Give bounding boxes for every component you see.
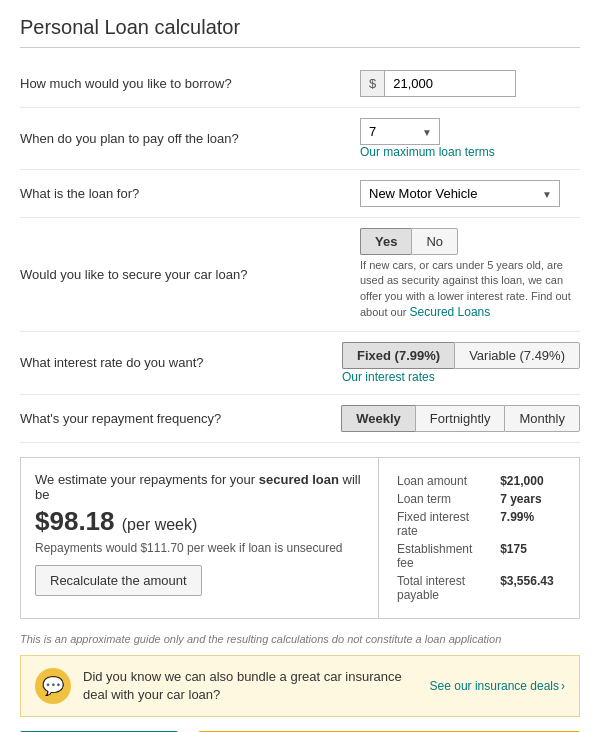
- payoff-row: When do you plan to pay off the loan? 1 …: [20, 108, 580, 170]
- interest-row: What interest rate do you want? Fixed (7…: [20, 332, 580, 395]
- table-row: Fixed interest rate7.99%: [393, 508, 565, 540]
- secure-label: Would you like to secure your car loan?: [20, 267, 350, 282]
- secure-note: If new cars, or cars under 5 years old, …: [360, 258, 580, 321]
- results-box: We estimate your repayments for your sec…: [20, 457, 580, 619]
- insurance-banner: 💬 Did you know we can also bundle a grea…: [20, 655, 580, 717]
- monthly-btn[interactable]: Monthly: [504, 405, 580, 432]
- secure-field-area: Yes No If new cars, or cars under 5 year…: [360, 228, 580, 321]
- payoff-label: When do you plan to pay off the loan?: [20, 131, 350, 146]
- interest-row-top: What interest rate do you want? Fixed (7…: [20, 342, 580, 384]
- insurance-link[interactable]: See our insurance deals ›: [430, 679, 565, 693]
- interest-label: What interest rate do you want?: [20, 355, 332, 370]
- insurance-text: Did you know we can also bundle a great …: [83, 668, 418, 704]
- unsecured-note: Repayments would $111.70 per week if loa…: [35, 541, 364, 555]
- recalculate-btn[interactable]: Recalculate the amount: [35, 565, 202, 596]
- frequency-btn-group: Weekly Fortnightly Monthly: [341, 405, 580, 432]
- secure-row-top: Would you like to secure your car loan? …: [20, 228, 580, 321]
- borrow-label: How much would you like to borrow?: [20, 76, 350, 91]
- loan-for-row: What is the loan for? New Motor Vehicle …: [20, 170, 580, 218]
- secure-row: Would you like to secure your car loan? …: [20, 218, 580, 332]
- frequency-field-area: Weekly Fortnightly Monthly: [341, 405, 580, 432]
- secure-yes-btn[interactable]: Yes: [360, 228, 411, 255]
- repayment-amount: $98.18 (per week): [35, 506, 364, 537]
- borrow-field-area: $: [360, 70, 580, 97]
- table-row: Total interest payable$3,556.43: [393, 572, 565, 604]
- weekly-btn[interactable]: Weekly: [341, 405, 415, 432]
- payoff-select-wrapper: 1 2 3 4 5 6 7 8 9 10: [360, 118, 440, 145]
- approximate-note: This is an approximate guide only and th…: [20, 633, 580, 645]
- borrow-input-wrapper: $: [360, 70, 516, 97]
- table-row: Loan amount$21,000: [393, 472, 565, 490]
- loan-for-select[interactable]: New Motor Vehicle Used Motor Vehicle Per…: [360, 180, 560, 207]
- interest-rates-link[interactable]: Our interest rates: [342, 370, 435, 384]
- interest-btn-group: Fixed (7.99%) Variable (7.49%): [342, 342, 580, 369]
- borrow-row: How much would you like to borrow? $: [20, 60, 580, 108]
- payoff-select[interactable]: 1 2 3 4 5 6 7 8 9 10: [360, 118, 440, 145]
- borrow-input[interactable]: [385, 71, 515, 96]
- secure-btn-group: Yes No: [360, 228, 580, 255]
- results-table: Loan amount$21,000Loan term7 yearsFixed …: [393, 472, 565, 604]
- secure-no-btn[interactable]: No: [411, 228, 458, 255]
- variable-rate-btn[interactable]: Variable (7.49%): [454, 342, 580, 369]
- dollar-prefix: $: [361, 71, 385, 96]
- loan-for-field-area: New Motor Vehicle Used Motor Vehicle Per…: [360, 180, 580, 207]
- fortnightly-btn[interactable]: Fortnightly: [415, 405, 505, 432]
- results-right: Loan amount$21,000Loan term7 yearsFixed …: [379, 458, 579, 618]
- max-loan-link[interactable]: Our maximum loan terms: [360, 145, 495, 159]
- table-row: Loan term7 years: [393, 490, 565, 508]
- payoff-field-area: 1 2 3 4 5 6 7 8 9 10 Our maximum loan te…: [360, 118, 580, 159]
- fixed-rate-btn[interactable]: Fixed (7.99%): [342, 342, 454, 369]
- frequency-label: What's your repayment frequency?: [20, 411, 331, 426]
- interest-field-area: Fixed (7.99%) Variable (7.49%) Our inter…: [342, 342, 580, 384]
- table-row: Establishment fee$175: [393, 540, 565, 572]
- loan-for-select-wrapper: New Motor Vehicle Used Motor Vehicle Per…: [360, 180, 560, 207]
- loan-for-label: What is the loan for?: [20, 186, 350, 201]
- page-title: Personal Loan calculator: [20, 16, 580, 48]
- results-left: We estimate your repayments for your sec…: [21, 458, 379, 618]
- frequency-row: What's your repayment frequency? Weekly …: [20, 395, 580, 443]
- estimate-label: We estimate your repayments for your sec…: [35, 472, 364, 502]
- insurance-icon: 💬: [35, 668, 71, 704]
- secured-loans-link[interactable]: Secured Loans: [410, 305, 491, 319]
